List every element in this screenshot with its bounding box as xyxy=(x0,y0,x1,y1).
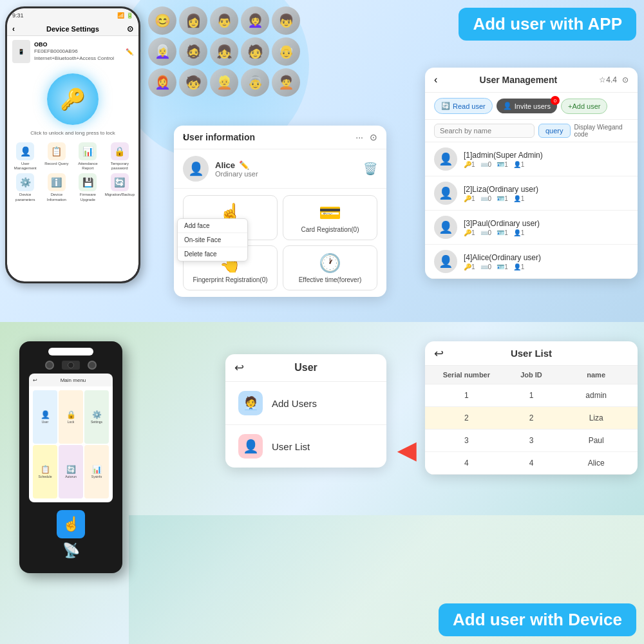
profile-avatar: 👤 xyxy=(183,156,209,182)
user-profile-left: 👤 Alice ✏️ Ordinary user xyxy=(183,156,258,182)
user-mgmt-label: User Management xyxy=(11,162,40,171)
add-face-item[interactable]: Add face xyxy=(178,219,247,233)
app-badge-text: Add user with APP xyxy=(473,14,622,33)
device-params-label: Device parameters xyxy=(11,193,40,202)
user-list-icon-glyph: 👤 xyxy=(243,439,259,454)
user-name-admin: [1]admin(Super Admin) xyxy=(464,151,629,160)
user-row-liza[interactable]: 👤 [2]Liza(Ordinary user) 🔑1 ⌨️0 🪪1 👤1 xyxy=(425,176,638,211)
star-rating: ☆4.4 xyxy=(599,75,617,84)
list-panel-back-icon[interactable]: ↩ xyxy=(434,346,444,361)
user-info-paul: [3]Paul(Ordinary user) 🔑1 ⌨️0 🪪1 👤1 xyxy=(464,219,629,236)
kiosk-settings-label: Settings xyxy=(91,420,102,424)
user-avatar-alice: 👤 xyxy=(434,250,457,273)
menu-panel-back-icon[interactable]: ↩ xyxy=(234,361,244,375)
face-5: 👦 xyxy=(272,6,300,35)
user-row-admin[interactable]: 👤 [1]admin(Super Admin) 🔑1 ⌨️0 🪪1 👤1 xyxy=(425,142,638,176)
panel-header-icons: ☆4.4 ⊙ xyxy=(599,75,629,84)
card-reg-card[interactable]: 💳 Card Registration(0) xyxy=(283,195,377,240)
cell-serial-4: 4 xyxy=(434,459,499,468)
search-input[interactable] xyxy=(434,124,535,138)
menu-panel-title: User xyxy=(294,362,317,374)
name-edit-icon[interactable]: ✏️ xyxy=(239,160,249,170)
settings-icon[interactable]: ⊙ xyxy=(370,132,377,142)
user-row-paul[interactable]: 👤 [3]Paul(Ordinary user) 🔑1 ⌨️0 🪪1 👤1 xyxy=(425,211,638,245)
kiosk-menu-settings[interactable]: ⚙️ Settings xyxy=(84,390,109,444)
face-13: 👱 xyxy=(210,68,238,97)
user-mgmt-icon: 👤 xyxy=(16,142,34,160)
kiosk-cam-left xyxy=(45,361,54,370)
list-row-2[interactable]: 2 2 Liza xyxy=(425,407,638,430)
kiosk-fingerprint[interactable]: ☝️ xyxy=(57,510,85,538)
face-15: 🧑‍🦱 xyxy=(272,68,300,97)
kiosk-menu-autorun[interactable]: 🔄 Autorun xyxy=(59,445,83,498)
fingerprint-reg-card[interactable]: ☝️ n(0) Add face On-site Face Delete fac… xyxy=(183,195,278,240)
phone-mockup: 9:31 📶 🔋 ‹ Device Settings ⊙ 📱 OBO FE0EF… xyxy=(5,6,140,283)
list-row-1[interactable]: 1 1 admin xyxy=(425,384,638,407)
phone-menu-device-info[interactable]: ℹ️ Device Information xyxy=(43,173,71,202)
key-icon[interactable]: 🔑 xyxy=(47,73,99,125)
phone-menu-temp-pwd[interactable]: 🔒 Temporary password xyxy=(105,142,135,171)
kiosk-menu-sysinfo[interactable]: 📊 Sysinfo xyxy=(84,445,109,498)
device-id: FE0EFB0000AB96 xyxy=(34,48,114,55)
refresh-icon: 🔄 xyxy=(441,102,450,110)
user-row-alice[interactable]: 👤 [4]Alice(Ordinary user) 🔑1 ⌨️0 🪪1 👤1 xyxy=(425,245,638,279)
user-profile-row: 👤 Alice ✏️ Ordinary user 🗑️ xyxy=(174,149,386,189)
list-table-header: Serial number Job ID name xyxy=(425,366,638,384)
add-users-icon-glyph: 🧑‍💼 xyxy=(243,395,259,411)
invite-users-button[interactable]: 👤 Invite users 0 xyxy=(497,99,557,113)
user-info-alice: [4]Alice(Ordinary user) 🔑1 ⌨️0 🪪1 👤1 xyxy=(464,253,629,270)
more-icon[interactable]: ··· xyxy=(355,132,363,142)
kiosk-menu-schedule[interactable]: 📋 Schedule xyxy=(33,445,57,498)
panel-settings-icon[interactable]: ⊙ xyxy=(622,75,629,84)
firmware-icon: 💾 xyxy=(79,173,97,191)
kiosk-screen-title: Main menu xyxy=(37,377,109,383)
user-info-panel: ‹ User information ··· ⊙ 👤 Alice ✏️ Ordi… xyxy=(174,126,386,297)
list-row-4[interactable]: 4 4 Alice xyxy=(425,452,638,475)
phone-menu-migration[interactable]: 🔄 Migration/Backup xyxy=(105,173,135,202)
phone-menu-device-params[interactable]: ⚙️ Device parameters xyxy=(11,173,40,202)
add-users-item[interactable]: 🧑‍💼 Add Users xyxy=(225,382,386,425)
phone-key-area: 🔑 xyxy=(7,67,138,129)
kiosk-user-label: User xyxy=(42,420,49,424)
delete-face-item[interactable]: Delete face xyxy=(178,247,247,261)
face-1: 😊 xyxy=(148,6,176,35)
user-list-item[interactable]: 👤 User List xyxy=(225,425,386,468)
panel-header: ‹ User Management ☆4.4 ⊙ xyxy=(425,68,638,93)
top-section: Add user with APP 9:31 📶 🔋 ‹ Device Sett… xyxy=(0,0,644,322)
user-name-alice: [4]Alice(Ordinary user) xyxy=(464,253,629,262)
col-name: name xyxy=(564,371,629,379)
add-user-button[interactable]: +Add user xyxy=(561,99,607,114)
list-row-3[interactable]: 3 3 Paul xyxy=(425,430,638,452)
reg-grid: ☝️ n(0) Add face On-site Face Delete fac… xyxy=(174,189,386,297)
kiosk-menu-lock[interactable]: 🔒 Lock xyxy=(59,390,83,444)
kiosk-back-icon[interactable]: ↩ xyxy=(33,377,37,383)
invite-icon: 👤 xyxy=(503,102,512,110)
read-user-button[interactable]: 🔄 Read user xyxy=(434,98,493,114)
phone-menu-attendance[interactable]: 📊 Attendance Report xyxy=(73,142,102,171)
migration-label: Migration/Backup xyxy=(105,193,135,197)
face-14: 👵 xyxy=(241,68,269,97)
list-panel-title: User List xyxy=(511,348,552,359)
device-name: OBO xyxy=(34,41,114,48)
kiosk-menu-user[interactable]: 👤 User xyxy=(33,390,57,444)
info-back-icon[interactable]: ‹ xyxy=(183,131,186,143)
on-site-face-item[interactable]: On-site Face xyxy=(178,233,247,247)
panel-back-icon[interactable]: ‹ xyxy=(434,74,437,86)
delete-user-icon[interactable]: 🗑️ xyxy=(363,162,377,176)
query-button[interactable]: query xyxy=(538,124,571,138)
phone-status-bar: 9:31 📶 🔋 xyxy=(7,8,138,23)
clock-icon: 🕐 xyxy=(319,252,341,274)
device-info-label: Device Information xyxy=(43,193,71,202)
effective-time-card[interactable]: 🕐 Effective time(forever) xyxy=(283,245,377,290)
phone-menu-record-query[interactable]: 📋 Record Query xyxy=(43,142,71,171)
face-2: 👩 xyxy=(179,6,207,35)
device-icon: 📱 xyxy=(12,40,30,63)
phone-menu-user-mgmt[interactable]: 👤 User Management xyxy=(11,142,40,171)
phone-menu-grid: 👤 User Management 📋 Record Query 📊 Atten… xyxy=(7,140,138,205)
bottom-section: Add user with Device ↩ Main menu 👤 User xyxy=(0,322,644,644)
face-8: 👧 xyxy=(210,37,238,66)
profile-type: Ordinary user xyxy=(215,170,258,178)
phone-header: ‹ Device Settings ⊙ xyxy=(7,23,138,36)
kiosk-schedule-icon: 📋 xyxy=(41,465,50,474)
phone-menu-firmware[interactable]: 💾 Firmware Upgrade xyxy=(73,173,102,202)
